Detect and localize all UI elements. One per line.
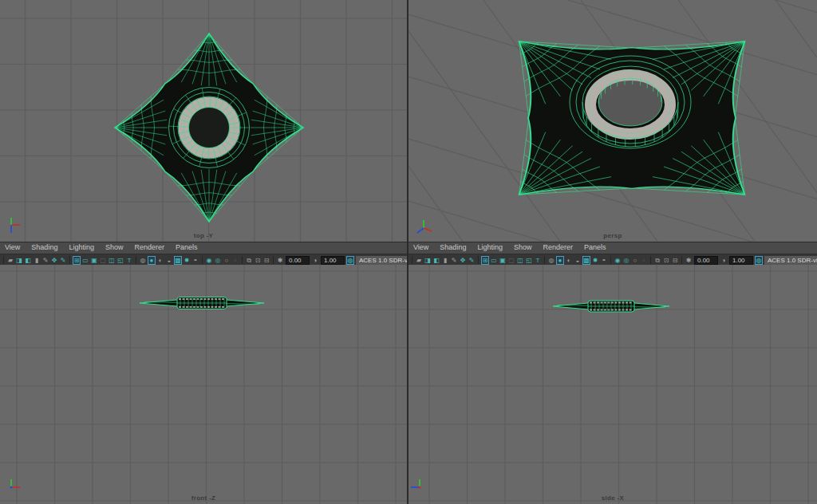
wireframe-icon[interactable]: ◍ — [547, 256, 555, 265]
xray-joints-icon[interactable]: ⊟ — [262, 256, 270, 265]
exposure-field[interactable]: 0.00 — [694, 256, 718, 265]
textured-icon[interactable]: ▩ — [174, 256, 182, 265]
textured-icon[interactable]: ▩ — [582, 256, 590, 265]
gate-mask-icon[interactable]: ▢ — [99, 256, 107, 265]
gear-icon[interactable]: ✱ — [685, 256, 693, 265]
lighting-icon[interactable]: ✸ — [591, 256, 599, 265]
film-gate-icon[interactable]: ▭ — [490, 256, 498, 265]
field-chart-icon[interactable]: ◫ — [516, 256, 524, 265]
camera-bookmark-icon[interactable]: ◧ — [432, 256, 440, 265]
bounding-box-icon[interactable]: ◒ — [165, 256, 173, 265]
gamma-field[interactable]: 1.00 — [729, 256, 753, 265]
contrast-icon[interactable]: ◑ — [720, 256, 728, 265]
toolbar-divider — [650, 256, 651, 264]
viewport-top[interactable]: top -Y — [0, 0, 407, 242]
menu-item-show[interactable]: Show — [514, 243, 532, 254]
menu-item-view[interactable]: View — [413, 243, 428, 254]
anti-alias-icon[interactable]: ○ — [631, 256, 639, 265]
viewport-persp[interactable]: persp — [408, 0, 817, 242]
occlusion-icon[interactable]: ◉ — [614, 256, 622, 265]
gamma-field[interactable]: 1.00 — [321, 256, 345, 265]
view-transform-select[interactable]: ACES 1.0 SDR-video — [764, 256, 817, 265]
viewport-side-canvas[interactable] — [408, 265, 817, 504]
shadows-icon[interactable]: ◓ — [600, 256, 608, 265]
lighting-icon[interactable]: ✸ — [183, 256, 191, 265]
panelbar-right: ViewShadingLightingShowRendererPanels ▰◨… — [408, 242, 817, 265]
safe-action-icon[interactable]: ◱ — [525, 256, 533, 265]
occlusion-icon[interactable]: ◉ — [205, 256, 213, 265]
menu-item-renderer[interactable]: Renderer — [134, 243, 164, 254]
menu-item-lighting[interactable]: Lighting — [477, 243, 503, 254]
safe-title-icon[interactable]: T — [534, 256, 542, 265]
viewport-top-label: top -Y — [0, 232, 407, 239]
viewport-persp-canvas[interactable] — [408, 0, 817, 242]
toolbar-divider — [69, 256, 70, 264]
resolution-gate-icon[interactable]: ▣ — [499, 256, 507, 265]
xray-icon[interactable]: ⊡ — [254, 256, 262, 265]
viewport-front-label: front -Z — [0, 494, 407, 502]
xray-icon[interactable]: ⊡ — [662, 256, 670, 265]
menu-item-panels[interactable]: Panels — [584, 243, 606, 254]
toolbar-divider — [273, 256, 274, 264]
menu-item-shading[interactable]: Shading — [31, 243, 57, 254]
toolbar-divider — [3, 256, 4, 264]
maya-window: top -Y persp ViewShadingLightingShowRend… — [0, 0, 817, 504]
menu-item-renderer[interactable]: Renderer — [543, 243, 573, 254]
anti-alias-icon[interactable]: ○ — [223, 256, 231, 265]
safe-title-icon[interactable]: T — [125, 256, 133, 265]
bookmark-icon[interactable]: ▮ — [441, 256, 449, 265]
grease-pencil-icon[interactable]: ✎ — [59, 256, 67, 265]
smooth-shade-icon[interactable]: ● — [556, 256, 564, 265]
camera-icon[interactable]: ▰ — [415, 256, 423, 265]
exposure-field[interactable]: 0.00 — [286, 256, 310, 265]
grid-icon[interactable]: ⊞ — [73, 256, 81, 265]
motion-blur-icon[interactable]: ◎ — [622, 256, 630, 265]
pan-zoom-icon[interactable]: ✥ — [50, 256, 58, 265]
isolate-select-icon[interactable]: ⧉ — [245, 256, 253, 265]
motion-blur-icon[interactable]: ◎ — [214, 256, 222, 265]
gear-icon[interactable]: ✱ — [276, 256, 284, 265]
camera-lock-icon[interactable]: ◨ — [15, 256, 23, 265]
color-management-icon[interactable]: ◍ — [755, 256, 763, 265]
viewport-top-canvas[interactable] — [0, 0, 407, 242]
toolbar-divider — [478, 256, 479, 264]
camera-icon[interactable]: ▰ — [6, 256, 14, 265]
field-chart-icon[interactable]: ◫ — [108, 256, 116, 265]
depth-peeling-icon[interactable]: ▫ — [231, 256, 239, 265]
safe-action-icon[interactable]: ◱ — [116, 256, 124, 265]
camera-lock-icon[interactable]: ◨ — [424, 256, 432, 265]
bookmark-icon[interactable]: ▮ — [33, 256, 41, 265]
menu-item-lighting[interactable]: Lighting — [69, 243, 94, 254]
isolate-select-icon[interactable]: ⧉ — [653, 256, 661, 265]
viewport-side[interactable]: side -X — [408, 265, 817, 504]
flat-shade-icon[interactable]: ◐ — [565, 256, 573, 265]
resolution-gate-icon[interactable]: ▣ — [90, 256, 98, 265]
contrast-icon[interactable]: ◑ — [311, 256, 319, 265]
flat-shade-icon[interactable]: ◐ — [156, 256, 164, 265]
shadows-icon[interactable]: ◓ — [191, 256, 199, 265]
panelbar-left: ViewShadingLightingShowRendererPanels ▰◨… — [0, 242, 407, 265]
menu-item-view[interactable]: View — [5, 243, 20, 254]
wireframe-icon[interactable]: ◍ — [139, 256, 147, 265]
image-plane-icon[interactable]: ✎ — [41, 256, 49, 265]
depth-peeling-icon[interactable]: ▫ — [640, 256, 648, 265]
viewport-front-canvas[interactable] — [0, 265, 407, 504]
menu-item-shading[interactable]: Shading — [440, 243, 466, 254]
film-gate-icon[interactable]: ▭ — [81, 256, 89, 265]
camera-bookmark-icon[interactable]: ◧ — [24, 256, 32, 265]
menu-item-panels[interactable]: Panels — [176, 243, 198, 254]
grease-pencil-icon[interactable]: ✎ — [468, 256, 476, 265]
viewport-front[interactable]: front -Z — [0, 265, 407, 504]
menu-item-show[interactable]: Show — [105, 243, 124, 254]
view-transform-select[interactable]: ACES 1.0 SDR-video — [356, 256, 407, 265]
xray-joints-icon[interactable]: ⊟ — [671, 256, 679, 265]
toolbar-divider — [242, 256, 243, 264]
grid-icon[interactable]: ⊞ — [481, 256, 489, 265]
image-plane-icon[interactable]: ✎ — [450, 256, 458, 265]
gate-mask-icon[interactable]: ▢ — [507, 256, 515, 265]
pan-zoom-icon[interactable]: ✥ — [459, 256, 467, 265]
smooth-shade-icon[interactable]: ● — [148, 256, 156, 265]
bounding-box-icon[interactable]: ◒ — [574, 256, 582, 265]
toolbar-divider — [202, 256, 203, 264]
color-management-icon[interactable]: ◍ — [346, 256, 354, 265]
